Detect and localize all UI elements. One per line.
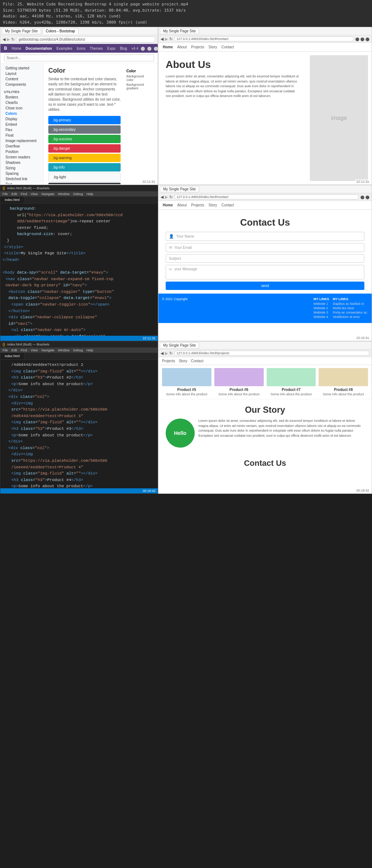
bs-nav: B Home Documentation Examples Icons Them… (0, 44, 158, 53)
bs-sidebar-stretched-link[interactable]: Stretched link (0, 176, 44, 182)
footer-link-website1[interactable]: Website 1 (314, 302, 329, 306)
bs-search-input[interactable] (4, 54, 154, 61)
menu-help-1[interactable]: Help (86, 192, 93, 196)
bs-nav-icons[interactable]: Icons (77, 47, 85, 51)
code-line: <nav class="navbar navbar-expand-sm fixe… (0, 276, 158, 283)
brackets-tab-index-1[interactable]: index.html (0, 197, 24, 203)
menu-edit-1[interactable]: Edit (12, 192, 17, 196)
menu-navigate-3[interactable]: Navigate (41, 348, 54, 352)
menu-view-1[interactable]: View (31, 192, 38, 196)
bs-sidebar-sizing[interactable]: Sizing (0, 165, 44, 171)
bs-sidebar-spacing[interactable]: Spacing (0, 171, 44, 176)
code-line: <body data-spy="scroll" data-target="#na… (0, 270, 158, 276)
footer-link-website2[interactable]: Website 2 (314, 306, 329, 310)
menu-help-3[interactable]: Help (86, 348, 93, 352)
products-forward-btn[interactable]: ▶ (165, 351, 168, 356)
products-refresh-btn[interactable]: ↻ (169, 351, 173, 356)
bs-sidebar-text[interactable]: Text (0, 182, 44, 184)
about-nav-contact[interactable]: Contact (221, 45, 234, 49)
menu-window-3[interactable]: Window (58, 348, 69, 352)
contact-forward-btn[interactable]: ▶ (165, 195, 168, 199)
bs-sidebar-screen-readers[interactable]: Screen readers (0, 154, 44, 160)
bs-refresh-btn[interactable]: ↻ (11, 37, 15, 42)
bs-sidebar-shadows[interactable]: Shadows (0, 160, 44, 165)
bs-sidebar-float[interactable]: Float (0, 133, 44, 138)
bs-sidebar-embed[interactable]: Embed (0, 122, 44, 127)
brackets-tab-index-3[interactable]: index.html (0, 353, 24, 359)
about-us-image: image (310, 55, 368, 181)
about-nav-brand[interactable]: Home (163, 45, 173, 49)
products-tab[interactable]: My Single Page Site (160, 342, 199, 348)
bs-nav-expo[interactable]: Expo (107, 47, 116, 51)
bs-sidebar-components[interactable]: Components (0, 82, 44, 87)
contact-nav-contact[interactable]: Contact (221, 203, 234, 207)
bs-sidebar-colors[interactable]: Colors (0, 111, 44, 116)
bs-sidebar-layout[interactable]: Layout (0, 71, 44, 76)
bs-tab-colors[interactable]: Colors - Bootstrap (43, 28, 78, 34)
bs-forward-btn[interactable]: ▶ (7, 37, 10, 42)
products-nav-story[interactable]: Story (179, 359, 187, 363)
bs-sidebar-position[interactable]: Position (0, 149, 44, 154)
footer-link-morbi[interactable]: Morbi leo risus (333, 306, 368, 310)
menu-window-1[interactable]: Window (58, 192, 69, 196)
menu-view-3[interactable]: View (31, 348, 38, 352)
about-nav-about[interactable]: About (177, 45, 187, 49)
menu-debug-1[interactable]: Debug (73, 192, 83, 196)
about-forward-btn[interactable]: ▶ (165, 37, 168, 41)
menu-find-3[interactable]: Find (21, 348, 27, 352)
menu-file-3[interactable]: File (3, 348, 8, 352)
bs-sidebar-clearfix[interactable]: Clearfix (0, 100, 44, 105)
menu-file-1[interactable]: File (3, 192, 8, 196)
bs-nav-themes[interactable]: Themes (90, 47, 103, 51)
contact-tab[interactable]: My Single Page Site (160, 186, 199, 192)
bs-content-area: Color Similar to the contextual text col… (44, 63, 158, 184)
about-nav-story[interactable]: Story (209, 45, 217, 49)
bs-sidebar-display[interactable]: Display (0, 116, 44, 122)
products-nav-projects[interactable]: Projects (162, 359, 175, 363)
about-nav-projects[interactable]: Projects (191, 45, 204, 49)
menu-edit-3[interactable]: Edit (12, 348, 17, 352)
contact-nav-about[interactable]: About (177, 203, 187, 207)
bs-sidebar-content[interactable]: Content (0, 76, 44, 82)
bs-version: v4.4 (132, 47, 138, 51)
about-back-btn[interactable]: ◀ (161, 37, 163, 41)
bs-back-btn[interactable]: ◀ (3, 37, 5, 42)
code-line: center fixed; (0, 225, 158, 231)
products-back-btn[interactable]: ◀ (161, 351, 163, 356)
contact-back-btn[interactable]: ◀ (161, 195, 163, 199)
contact-address-input[interactable] (174, 194, 359, 199)
footer-link-dapibus[interactable]: Dapibus ac facilisis in (333, 302, 368, 306)
footer-link-website3[interactable]: Website 3 (314, 311, 329, 314)
about-address-input[interactable] (174, 36, 354, 41)
bs-sidebar-image-replacement[interactable]: Image replacement (0, 138, 44, 144)
footer-link-vestibulum[interactable]: Vestibulum at eros (333, 315, 368, 319)
bs-nav-blog[interactable]: Blog (120, 47, 127, 51)
bs-nav-home[interactable]: Home (12, 47, 21, 51)
code-line: <span class="navbar-toggler-icon"></span… (0, 302, 158, 308)
footer-link-porta[interactable]: Porta ac consectetur ac. (333, 311, 368, 314)
send-button[interactable]: send (166, 282, 364, 290)
our-story-section: Our Story Hello Lorem ipsum dolor sit am… (158, 399, 372, 453)
bs-address-input[interactable] (16, 36, 155, 43)
menu-navigate-1[interactable]: Navigate (41, 192, 54, 196)
contact-nav-story[interactable]: Story (209, 203, 217, 207)
bs-sidebar-close-icon[interactable]: Close icon (0, 105, 44, 111)
bs-nav-documentation[interactable]: Documentation (25, 47, 52, 51)
bs-sidebar-borders[interactable]: Borders (0, 94, 44, 100)
menu-debug-3[interactable]: Debug (73, 348, 83, 352)
bs-sidebar-overflow[interactable]: Overflow (0, 144, 44, 149)
about-refresh-btn[interactable]: ↻ (169, 37, 173, 41)
bs-nav-examples[interactable]: Examples (56, 47, 72, 51)
contact-refresh-btn[interactable]: ↻ (169, 195, 173, 199)
about-tab[interactable]: My Single Page Site (160, 28, 199, 34)
bs-sidebar-flex[interactable]: Flex (0, 127, 44, 133)
bs-sidebar-getting-started[interactable]: Getting started (0, 65, 44, 71)
products-address-input[interactable] (174, 351, 369, 356)
footer-col2-title: MY LINKS (333, 297, 368, 301)
footer-link-website4[interactable]: Website 4 (314, 315, 329, 319)
bs-tab-singlepage[interactable]: My Single Page Site (2, 28, 41, 34)
contact-nav-brand[interactable]: Home (163, 203, 173, 207)
menu-find-1[interactable]: Find (21, 192, 27, 196)
contact-nav-projects[interactable]: Projects (191, 203, 204, 207)
products-nav-contact[interactable]: Contact (191, 359, 203, 363)
